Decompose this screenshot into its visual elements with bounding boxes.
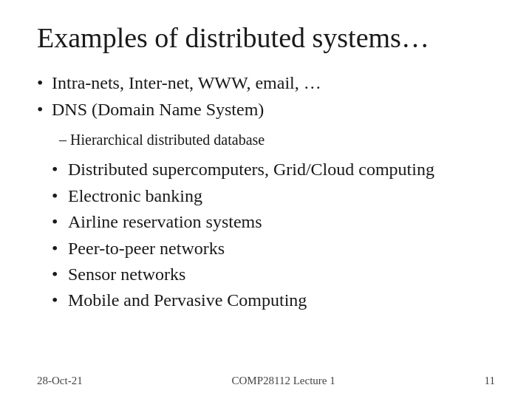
main-bullet-list: Distributed supercomputers, Grid/Cloud c… (52, 157, 495, 314)
footer-date: 28-Oct-21 (37, 375, 83, 387)
sub-note: Hierarchical distributed database (59, 130, 495, 150)
slide-footer: 28-Oct-21 COMP28112 Lecture 1 11 (0, 375, 532, 387)
main-bullet-item-2: Electronic banking (52, 184, 495, 208)
main-bullet-item-1: Distributed supercomputers, Grid/Cloud c… (52, 157, 495, 181)
top-bullet-item-2: DNS (Domain Name System) (37, 98, 495, 121)
footer-course: COMP28112 Lecture 1 (231, 375, 335, 387)
main-bullet-item-3: Airline reservation systems (52, 210, 495, 233)
main-bullet-item-4: Peer-to-peer networks (52, 236, 495, 260)
slide-title: Examples of distributed systems… (37, 22, 495, 55)
top-bullet-item-1: Intra-nets, Inter-net, WWW, email, … (37, 71, 495, 95)
main-bullet-item-5: Sensor networks (52, 262, 495, 286)
top-bullet-list: Intra-nets, Inter-net, WWW, email, … DNS… (37, 71, 495, 125)
footer-page: 11 (485, 375, 495, 387)
slide: Examples of distributed systems… Intra-n… (0, 0, 532, 399)
main-bullet-item-6: Mobile and Pervasive Computing (52, 288, 495, 312)
